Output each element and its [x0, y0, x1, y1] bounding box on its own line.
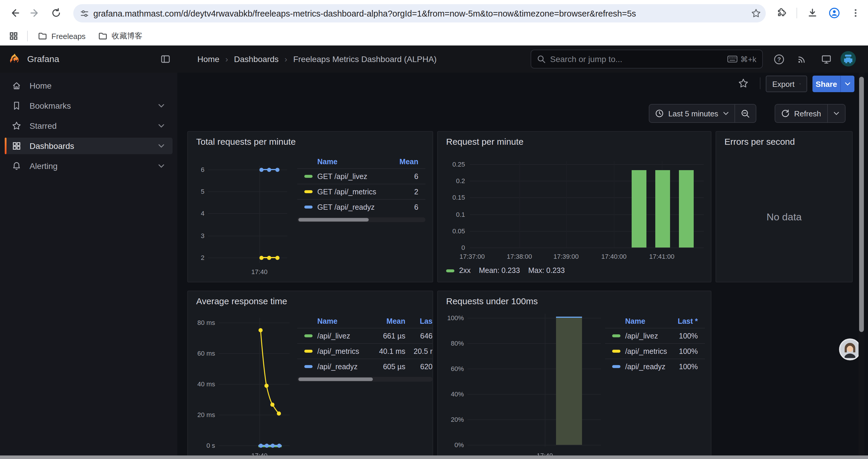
- series-point[interactable]: [259, 167, 263, 172]
- monitor-icon[interactable]: [817, 50, 835, 68]
- assistant-avatar[interactable]: [839, 338, 861, 360]
- series-point[interactable]: [267, 256, 271, 260]
- breadcrumb-separator: ›: [225, 54, 228, 64]
- y-tick: 0: [438, 243, 465, 252]
- star-icon: [12, 121, 21, 131]
- x-tick: 17:38:00: [500, 252, 538, 261]
- page-scrollbar-thumb[interactable]: [859, 77, 864, 332]
- address-bar[interactable]: grafana.mathmast.com/d/deytv4rwavabkb/fr…: [73, 4, 766, 23]
- sidebar-item-alerting[interactable]: Alerting: [5, 158, 173, 174]
- news-rss-icon[interactable]: [793, 50, 811, 68]
- legend-scrollbar-thumb[interactable]: [299, 378, 373, 381]
- chevron-down-icon[interactable]: [158, 124, 164, 128]
- panel-title[interactable]: Request per minute: [446, 136, 524, 146]
- export-button[interactable]: Export: [766, 76, 807, 92]
- browser-menu-icon[interactable]: [847, 4, 864, 22]
- profile-icon[interactable]: [826, 4, 843, 22]
- series-swatch-green: [612, 334, 620, 337]
- no-data-message: No data: [716, 211, 852, 223]
- legend-row[interactable]: GET /api/_readyz 6: [297, 199, 426, 215]
- refresh-button[interactable]: Refresh: [775, 104, 827, 122]
- breadcrumb-dashboards[interactable]: Dashboards: [234, 54, 279, 64]
- grafana-logo[interactable]: [8, 53, 21, 66]
- sidebar-item-dashboards[interactable]: Dashboards: [5, 138, 173, 154]
- legend-header-row: Name Mean: [297, 155, 426, 168]
- share-menu-button[interactable]: [840, 76, 855, 92]
- legend-scrollbar[interactable]: [297, 218, 426, 222]
- bar-2xx[interactable]: [679, 170, 694, 248]
- legend-row[interactable]: /api/_livez 100%: [605, 328, 705, 343]
- chevron-down-icon[interactable]: [158, 164, 164, 168]
- bookmark-star-icon[interactable]: [747, 4, 765, 22]
- sidebar-item-home[interactable]: Home: [5, 77, 173, 94]
- legend-max: Max: 0.233: [528, 266, 565, 275]
- sidebar-toggle-icon[interactable]: [157, 50, 174, 68]
- bookmark-folder-blogs[interactable]: 收藏博客: [93, 29, 147, 43]
- chevron-down-icon[interactable]: [158, 144, 164, 148]
- legend-row[interactable]: /api/_readyz 605 µs 620: [297, 359, 433, 374]
- legend-row[interactable]: GET /api/_metrics 2: [297, 184, 426, 199]
- dashboard-page: Export Share Last 5 minutes Refresh: [177, 73, 868, 455]
- area-fill-under100[interactable]: [556, 318, 582, 445]
- series-point[interactable]: [275, 167, 279, 172]
- series-point[interactable]: [267, 167, 271, 172]
- user-avatar[interactable]: [840, 51, 856, 67]
- legend-header-name[interactable]: Name: [317, 317, 368, 326]
- chevron-down-icon[interactable]: [158, 104, 164, 107]
- help-icon[interactable]: ?: [770, 50, 788, 68]
- legend-header-last[interactable]: Las: [405, 317, 433, 326]
- favorite-star-icon[interactable]: [735, 74, 752, 92]
- refresh-interval-button[interactable]: [827, 104, 845, 122]
- share-button[interactable]: Share: [812, 76, 840, 92]
- bar-2xx[interactable]: [632, 170, 646, 248]
- x-tick: 17:40: [242, 268, 277, 276]
- search-icon: [537, 55, 546, 63]
- back-icon[interactable]: [6, 4, 24, 22]
- legend-row[interactable]: /api/_readyz 100%: [605, 359, 705, 374]
- panel-title[interactable]: Errors per second: [724, 136, 795, 146]
- series-point[interactable]: [275, 256, 279, 260]
- chevron-down-icon: [833, 112, 839, 115]
- panel-title[interactable]: Requests under 100ms: [446, 296, 538, 306]
- legend-scrollbar-thumb[interactable]: [299, 218, 369, 222]
- legend-table: Name Mean GET /api/_livez 6 GET /api/_me…: [297, 155, 426, 222]
- legend-header-name[interactable]: Name: [317, 158, 388, 166]
- gridline: [545, 314, 546, 447]
- legend-header-mean[interactable]: Mean: [368, 317, 405, 326]
- time-range-picker[interactable]: Last 5 minutes: [649, 104, 734, 122]
- legend-series-name: /api/_metrics: [317, 347, 368, 355]
- bookmarks-bar: Freeleaps 收藏博客: [0, 27, 868, 45]
- apps-grid-icon[interactable]: [5, 27, 23, 45]
- legend-header-name[interactable]: Name: [625, 317, 667, 326]
- sidebar-item-label: Starred: [30, 121, 150, 131]
- legend-header-mean[interactable]: Mean: [388, 158, 426, 166]
- bar-2xx[interactable]: [655, 170, 670, 248]
- panel-title[interactable]: Total requests per minute: [196, 136, 296, 146]
- brand-label[interactable]: Grafana: [27, 54, 59, 64]
- sidebar-item-bookmarks[interactable]: Bookmarks: [5, 97, 173, 114]
- forward-icon[interactable]: [26, 4, 44, 22]
- legend-row[interactable]: /api/_livez 661 µs 646: [297, 328, 433, 343]
- legend-row[interactable]: /api/_metrics 40.1 ms 20.5 r: [297, 343, 433, 359]
- sidebar-item-label: Alerting: [30, 161, 150, 171]
- bookmark-label: 收藏博客: [112, 31, 143, 41]
- legend-row[interactable]: GET /api/_livez 6: [297, 168, 426, 184]
- legend-header-last[interactable]: Last *: [667, 317, 705, 326]
- y-tick: 0.25: [438, 160, 465, 168]
- search-input[interactable]: Search or jump to... ⌘+k: [531, 50, 763, 68]
- series-point[interactable]: [259, 256, 263, 260]
- extensions-icon[interactable]: [773, 4, 790, 22]
- sidebar-item-starred[interactable]: Starred: [5, 118, 173, 134]
- legend-scrollbar[interactable]: [297, 377, 433, 382]
- legend-inline[interactable]: 2xx Mean: 0.233 Max: 0.233: [446, 266, 565, 275]
- download-icon[interactable]: [804, 4, 821, 22]
- bookmark-folder-freeleaps[interactable]: Freeleaps: [33, 29, 90, 43]
- legend-mean: Mean: 0.233: [479, 266, 520, 275]
- url-text[interactable]: grafana.mathmast.com/d/deytv4rwavabkb/fr…: [93, 8, 747, 18]
- reload-icon[interactable]: [47, 4, 65, 22]
- zoom-out-button[interactable]: [734, 104, 755, 122]
- legend-row[interactable]: /api/_metrics 100%: [605, 343, 705, 359]
- breadcrumb-home[interactable]: Home: [197, 54, 219, 64]
- gridline: [566, 161, 567, 248]
- site-info-icon[interactable]: [75, 4, 93, 22]
